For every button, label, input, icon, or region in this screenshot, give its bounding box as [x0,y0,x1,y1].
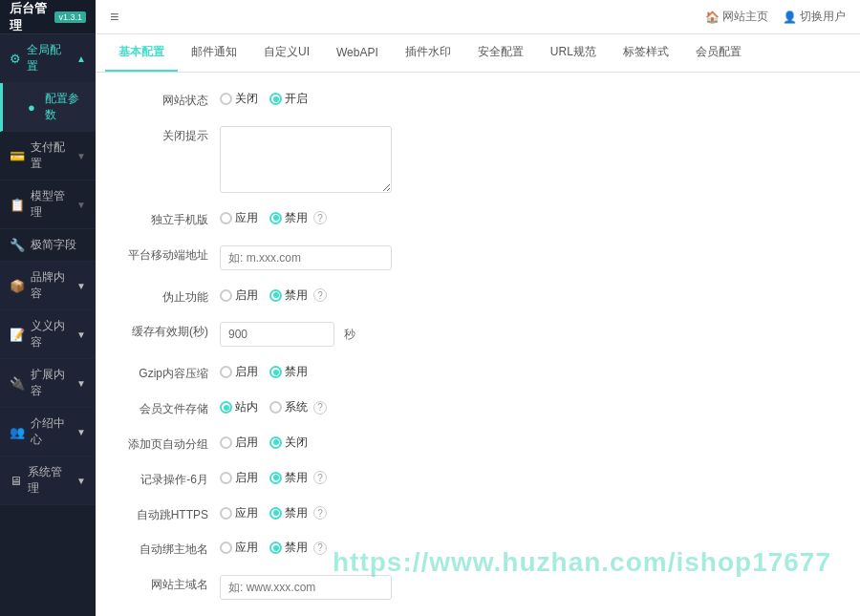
help-icon-mobile[interactable]: ? [313,211,327,224]
radio-autodomain-apply[interactable]: 应用 [220,540,258,556]
radio-circle-autodomain-disable [269,542,282,554]
label-https: 自动跳HTTPS [115,501,220,523]
mobile-addr-input[interactable] [220,245,392,270]
sidebar-item-jijian[interactable]: 🔧 极简字段 [0,229,96,262]
help-icon-pseudo[interactable]: ? [313,288,327,302]
radio-circle-gzip-enable [220,366,232,378]
radio-pseudo-enable[interactable]: 启用 [220,287,258,304]
tab-webapi[interactable]: WebAPI [323,36,392,71]
radio-label-filestorage-system: 系统 [285,399,308,415]
radio-label-record-disable: 禁用 [285,470,308,486]
sidebar-item-pinpai[interactable]: 📦 品牌内容 ▼ [0,262,96,310]
sidebar-item-moxing-label: 模型管理 [31,188,71,221]
tab-security[interactable]: 安全配置 [464,34,537,72]
tab-notify[interactable]: 邮件通知 [178,34,250,72]
user-icon: 👤 [783,11,797,24]
radio-group-filestorage: 站内 系统 [220,399,308,415]
chevron-down-icon5: ▼ [76,378,86,389]
radio-circle-https-disable [269,507,282,520]
cache-input[interactable] [220,322,334,347]
dot-icon: ● [24,100,39,115]
help-icon-autodomain[interactable]: ? [313,542,327,555]
sidebar-item-pinpai-label: 品牌内容 [31,269,71,302]
sidebar-item-peizhi[interactable]: ● 配置参数 [0,83,96,132]
chevron-down-icon4: ▼ [76,329,86,340]
form-row-mobile: 独立手机版 应用 禁用 ? [115,206,841,228]
radio-circle-https-apply [220,507,232,520]
radio-status-off[interactable]: 关闭 [220,91,258,107]
radio-https-apply[interactable]: 应用 [220,505,258,521]
tab-watermark[interactable]: 插件水印 [392,34,464,72]
control-https: 应用 禁用 ? [220,501,841,521]
sidebar-item-xitong[interactable]: 🖥 系统管理 ▼ [0,457,96,505]
radio-circle-on [269,93,282,105]
close-hint-textarea[interactable] [220,126,392,193]
label-status: 网站状态 [115,87,220,109]
switch-user-link[interactable]: 👤 切换用户 [783,9,846,25]
form-area: 网站状态 关闭 开启 关闭提示 [96,73,860,616]
form-row-close-hint: 关闭提示 [115,122,841,193]
radio-circle-record-disable [269,472,282,484]
radio-mobile-use[interactable]: 应用 [220,210,258,226]
radio-autogroup-disable[interactable]: 关闭 [269,435,308,451]
radio-record-disable[interactable]: 禁用 [269,470,308,486]
sidebar-item-yiyi[interactable]: 📝 义义内容 ▼ [0,310,96,359]
sidebar-item-huiyuan[interactable]: 👥 介绍中心 ▼ [0,408,96,457]
sidebar-item-xitong-label: 系统管理 [28,464,71,497]
radio-status-on[interactable]: 开启 [269,91,308,107]
sidebar-menu: ⚙ 全局配置 ▲ ● 配置参数 💳 支付配置 ▼ 📋 模型管理 ▼ 🔧 极简字段… [0,34,96,616]
radio-circle-pseudo-enable [220,289,232,302]
sidebar-item-peizhi-label: 配置参数 [45,91,86,123]
radio-label-off: 关闭 [235,91,258,107]
radio-filestorage-local[interactable]: 站内 [220,399,258,415]
radio-autogroup-enable[interactable]: 启用 [220,435,258,451]
radio-gzip-enable[interactable]: 启用 [220,364,258,380]
radio-https-disable[interactable]: 禁用 [269,505,308,521]
radio-gzip-disable[interactable]: 禁用 [269,364,308,380]
topbar-right: 🏠 网站主页 👤 切换用户 [705,9,846,25]
topbar-left: ≡ [110,9,118,26]
main-container: ≡ 🏠 网站主页 👤 切换用户 基本配置 邮件通知 自定义UI WebAPI 插… [96,0,860,616]
help-icon-filestorage[interactable]: ? [313,401,327,414]
help-icon-record[interactable]: ? [313,471,327,484]
sidebar-item-zhizhi[interactable]: 💳 支付配置 ▼ [0,132,96,181]
form-row-status: 网站状态 关闭 开启 [115,87,841,109]
help-icon-https[interactable]: ? [313,506,327,520]
sidebar-item-kuozhan[interactable]: 🔌 扩展内容 ▼ [0,359,96,408]
sidebar-item-quanju[interactable]: ⚙ 全局配置 ▲ [0,34,96,83]
radio-group-gzip: 启用 禁用 [220,364,308,380]
radio-circle-record-enable [220,472,232,484]
field-icon: 🔧 [10,238,25,252]
radio-autodomain-disable[interactable]: 禁用 [269,540,308,556]
tab-url[interactable]: URL规范 [537,34,610,72]
sidebar-item-moxing[interactable]: 📋 模型管理 ▼ [0,181,96,229]
radio-label-https-apply: 应用 [235,505,258,521]
label-cache: 缓存有效期(秒) [115,318,220,340]
menu-toggle-icon[interactable]: ≡ [110,9,118,26]
yiyi-icon: 📝 [10,328,25,342]
radio-pseudo-disable[interactable]: 禁用 [269,287,308,304]
radio-label-autodomain-disable: 禁用 [285,540,308,556]
form-row-autogroup: 添加页自动分组 启用 关闭 [115,431,841,453]
radio-label-mobile-use: 应用 [235,210,258,226]
chevron-down-icon7: ▼ [76,476,86,486]
tab-tagstyle[interactable]: 标签样式 [610,34,682,72]
radio-group-https: 应用 禁用 [220,505,308,521]
radio-filestorage-system[interactable]: 系统 [269,399,308,415]
extend-icon: 🔌 [10,376,25,391]
sidebar-item-zhizhi-label: 支付配置 [31,139,71,172]
radio-record-enable[interactable]: 启用 [220,470,258,486]
tab-basic[interactable]: 基本配置 [105,34,178,72]
site-home-link[interactable]: 🏠 网站主页 [705,9,768,25]
tab-payment[interactable]: 会员配置 [682,34,755,72]
chevron-down-icon: ▼ [76,151,86,161]
chevron-down-icon2: ▼ [76,200,86,210]
chevron-down-icon6: ▼ [76,427,86,437]
radio-group-autogroup: 启用 关闭 [220,435,308,451]
control-gzip: 启用 禁用 [220,360,841,380]
domain-input[interactable] [220,575,392,600]
control-close-hint [220,122,841,193]
content: 基本配置 邮件通知 自定义UI WebAPI 插件水印 安全配置 URL规范 标… [96,34,860,616]
radio-mobile-disable[interactable]: 禁用 [269,210,308,226]
tab-homepage[interactable]: 自定义UI [250,34,323,72]
